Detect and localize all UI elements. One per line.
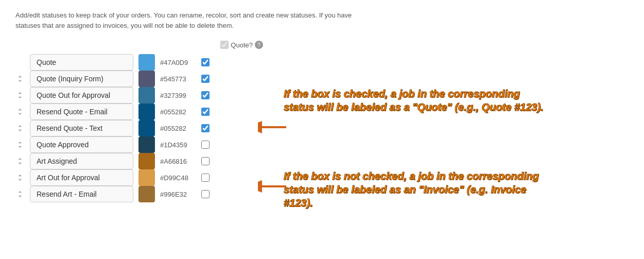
- header-row: Quote? ?: [15, 41, 263, 49]
- quote-check-area: [201, 75, 263, 83]
- quote-check-area: [201, 58, 263, 66]
- color-swatch[interactable]: [138, 87, 155, 103]
- quote-checkbox[interactable]: [201, 124, 210, 132]
- status-name-input[interactable]: [30, 120, 133, 136]
- color-swatch[interactable]: [138, 71, 155, 87]
- quote-checkbox[interactable]: [201, 108, 210, 116]
- status-name-input[interactable]: [30, 136, 133, 153]
- description-text: Add/edit statuses to keep track of your …: [15, 10, 376, 30]
- sort-handle[interactable]: [15, 125, 25, 132]
- color-hex-label: #1D4359: [160, 141, 196, 149]
- status-name-input[interactable]: [30, 71, 133, 87]
- status-name-input[interactable]: [30, 169, 133, 186]
- color-hex-label: #327399: [160, 92, 196, 99]
- quote-checkbox[interactable]: [201, 91, 210, 99]
- color-hex-label: #545773: [160, 75, 196, 83]
- quote-header-label: Quote?: [231, 41, 253, 49]
- sort-handle[interactable]: [15, 141, 25, 148]
- status-row: #1D4359: [15, 136, 263, 153]
- quote-check-area: [201, 108, 263, 116]
- color-swatch[interactable]: [138, 120, 155, 136]
- quote-checkbox[interactable]: [201, 58, 210, 66]
- color-swatch[interactable]: [138, 186, 155, 202]
- status-row: #47A0D9: [15, 54, 263, 71]
- color-hex-label: #055282: [160, 108, 196, 116]
- status-name-input[interactable]: [30, 186, 133, 202]
- quote-header-checkbox[interactable]: [220, 41, 229, 49]
- quote-check-area: [201, 157, 263, 165]
- sort-handle[interactable]: [15, 92, 25, 99]
- color-swatch[interactable]: [138, 54, 155, 71]
- annotation-1: If the box is checked, a job in the corr…: [284, 87, 546, 114]
- status-row: #996E32: [15, 186, 263, 202]
- quote-check-area: [201, 124, 263, 132]
- status-list: Quote? ? #47A0D9 #545773 #327399 #055282…: [15, 41, 263, 202]
- quote-check-area: [201, 174, 263, 182]
- quote-check-area: [201, 190, 263, 198]
- color-swatch[interactable]: [138, 169, 155, 186]
- annotation-2: If the box is not checked, a job in the …: [284, 169, 546, 210]
- status-row: #055282: [15, 103, 263, 120]
- status-name-input[interactable]: [30, 153, 133, 169]
- quote-checkbox[interactable]: [201, 141, 210, 149]
- color-swatch[interactable]: [138, 136, 155, 153]
- quote-check-area: [201, 141, 263, 149]
- status-row: #545773: [15, 71, 263, 87]
- color-hex-label: #055282: [160, 125, 196, 132]
- sort-handle[interactable]: [15, 191, 25, 198]
- annotations-container: If the box is checked, a job in the corr…: [268, 41, 567, 202]
- quote-check-area: [201, 91, 263, 99]
- color-hex-label: #A66816: [160, 158, 196, 165]
- color-hex-label: #47A0D9: [160, 59, 196, 66]
- color-swatch[interactable]: [138, 103, 155, 120]
- status-row: #A66816: [15, 153, 263, 169]
- page-wrapper: Add/edit statuses to keep track of your …: [15, 10, 629, 202]
- status-row: #D99C48: [15, 169, 263, 186]
- status-name-input[interactable]: [30, 103, 133, 120]
- status-row: #327399: [15, 87, 263, 103]
- status-rows-container: #47A0D9 #545773 #327399 #055282 #055282 …: [15, 54, 263, 202]
- arrow-1: [258, 119, 289, 136]
- sort-handle[interactable]: [15, 108, 25, 115]
- color-swatch[interactable]: [138, 153, 155, 169]
- sort-handle[interactable]: [15, 158, 25, 165]
- quote-checkbox[interactable]: [201, 157, 210, 165]
- status-name-input[interactable]: [30, 87, 133, 103]
- quote-checkbox[interactable]: [201, 190, 210, 198]
- quote-checkbox[interactable]: [201, 75, 210, 83]
- quote-checkbox[interactable]: [201, 174, 210, 182]
- status-name-input[interactable]: [30, 54, 133, 71]
- color-hex-label: #996E32: [160, 191, 196, 198]
- status-row: #055282: [15, 120, 263, 136]
- help-icon[interactable]: ?: [255, 41, 263, 49]
- sort-handle[interactable]: [15, 174, 25, 181]
- color-hex-label: #D99C48: [160, 174, 196, 182]
- quote-header: Quote? ?: [220, 41, 263, 49]
- sort-handle[interactable]: [15, 75, 25, 82]
